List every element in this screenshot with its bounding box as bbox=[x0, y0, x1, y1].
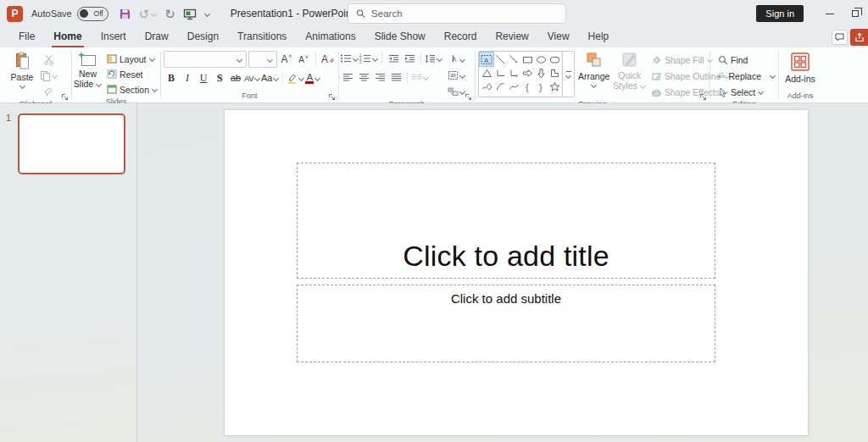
shape-textbox[interactable]: A bbox=[480, 52, 493, 66]
bold-button[interactable]: B bbox=[164, 70, 179, 86]
undo-dropdown-chevron-icon[interactable] bbox=[151, 12, 157, 16]
addins-button[interactable]: Add-ins bbox=[781, 49, 820, 91]
align-left-button[interactable] bbox=[340, 69, 355, 85]
shape-line[interactable] bbox=[493, 52, 507, 66]
tab-draw[interactable]: Draw bbox=[143, 28, 170, 47]
sign-in-button[interactable]: Sign in bbox=[756, 5, 804, 22]
font-color-button[interactable]: A bbox=[305, 70, 320, 86]
paragraph-dialog-launcher[interactable] bbox=[465, 93, 472, 101]
autosave-toggle[interactable]: Off bbox=[77, 7, 108, 21]
tab-record[interactable]: Record bbox=[442, 28, 479, 47]
start-slideshow-button[interactable] bbox=[183, 8, 197, 20]
arrange-button[interactable]: Arrange bbox=[578, 49, 609, 99]
align-center-button[interactable] bbox=[356, 69, 371, 85]
slide-thumbnail-panel[interactable]: 1 bbox=[0, 103, 137, 442]
copy-button[interactable] bbox=[40, 68, 58, 83]
shape-l-shape[interactable] bbox=[548, 66, 561, 80]
format-painter-button[interactable] bbox=[40, 84, 58, 99]
line-spacing-button[interactable] bbox=[425, 51, 442, 66]
shape-right-brace[interactable]: } bbox=[534, 80, 548, 93]
increase-font-size-button[interactable]: A˄ bbox=[279, 52, 294, 67]
columns-button[interactable] bbox=[411, 69, 429, 85]
shape-star[interactable] bbox=[548, 80, 561, 93]
share-button[interactable] bbox=[850, 29, 868, 46]
shape-rounded-rectangle[interactable] bbox=[548, 52, 561, 66]
customize-qat-button[interactable] bbox=[204, 12, 210, 16]
tab-design[interactable]: Design bbox=[186, 28, 220, 47]
shape-gallery-more-button[interactable] bbox=[562, 52, 574, 97]
increase-indent-button[interactable] bbox=[402, 51, 417, 66]
new-slide-button[interactable]: New Slide bbox=[73, 49, 103, 97]
tab-home[interactable]: Home bbox=[52, 28, 83, 47]
copy-dropdown-chevron-icon[interactable] bbox=[52, 74, 58, 78]
paste-button[interactable]: Paste bbox=[6, 49, 38, 99]
decrease-indent-button[interactable] bbox=[386, 51, 401, 66]
slide-surface[interactable]: Click to add title Click to add subtitle bbox=[225, 110, 808, 435]
find-button[interactable]: Find bbox=[716, 52, 777, 67]
subtitle-placeholder[interactable]: Click to add subtitle bbox=[297, 285, 715, 362]
paste-dropdown-chevron-icon[interactable] bbox=[19, 84, 25, 88]
convert-to-smartart-button[interactable] bbox=[448, 84, 465, 99]
numbering-button[interactable]: 1 2 3 bbox=[359, 51, 378, 66]
slide-editing-canvas[interactable]: Click to add title Click to add subtitle bbox=[137, 103, 868, 442]
font-size-combo[interactable] bbox=[248, 51, 277, 68]
save-button[interactable] bbox=[119, 8, 131, 20]
shape-rectangle[interactable] bbox=[520, 52, 534, 66]
shape-arc[interactable] bbox=[493, 80, 507, 93]
comments-button[interactable] bbox=[832, 30, 848, 45]
undo-button[interactable]: ↺ bbox=[139, 8, 158, 20]
strikethrough-button[interactable]: ab bbox=[228, 70, 243, 86]
tab-review[interactable]: Review bbox=[493, 28, 530, 47]
tab-help[interactable]: Help bbox=[587, 28, 611, 47]
replace-button[interactable]: a b Replace bbox=[716, 69, 777, 83]
shape-elbow-connector[interactable] bbox=[493, 66, 507, 80]
powerpoint-logo-icon[interactable]: P bbox=[7, 6, 23, 22]
layout-button[interactable]: Layout bbox=[105, 52, 159, 66]
select-button[interactable]: Select bbox=[716, 85, 777, 99]
shape-oval[interactable] bbox=[534, 52, 548, 66]
quick-styles-button[interactable]: Quick Styles bbox=[613, 49, 646, 99]
shape-right-arrow[interactable] bbox=[520, 66, 534, 80]
shape-left-brace[interactable]: { bbox=[520, 80, 534, 93]
shape-curve[interactable] bbox=[507, 80, 520, 93]
clipboard-dialog-launcher[interactable] bbox=[61, 93, 69, 101]
tab-slide-show[interactable]: Slide Show bbox=[373, 28, 427, 47]
font-family-combo[interactable] bbox=[164, 51, 247, 68]
justify-button[interactable] bbox=[388, 69, 403, 85]
shape-arrow[interactable] bbox=[507, 52, 520, 66]
tab-insert[interactable]: Insert bbox=[99, 28, 128, 47]
bullets-button[interactable] bbox=[340, 51, 359, 66]
drawing-dialog-launcher[interactable] bbox=[699, 93, 707, 101]
align-text-button[interactable] bbox=[448, 68, 465, 83]
minimize-button[interactable] bbox=[817, 0, 843, 27]
shape-down-arrow[interactable] bbox=[534, 66, 548, 80]
search-box[interactable] bbox=[348, 3, 566, 24]
redo-button[interactable]: ↻ bbox=[164, 8, 175, 20]
text-direction-button[interactable] bbox=[448, 52, 465, 67]
restore-button[interactable] bbox=[843, 0, 868, 27]
font-dialog-launcher[interactable] bbox=[328, 93, 336, 101]
decrease-font-size-button[interactable]: A˅ bbox=[296, 52, 311, 67]
text-shadow-button[interactable]: S bbox=[212, 70, 227, 86]
change-case-button[interactable]: Aa bbox=[261, 70, 279, 86]
shape-scribble[interactable] bbox=[480, 80, 493, 93]
tab-transitions[interactable]: Transitions bbox=[236, 28, 288, 47]
replace-chevron-icon[interactable] bbox=[770, 74, 776, 78]
tab-file[interactable]: File bbox=[17, 28, 36, 47]
cut-button[interactable] bbox=[40, 52, 58, 67]
reset-button[interactable]: Reset bbox=[105, 67, 159, 81]
search-input[interactable] bbox=[371, 8, 558, 19]
italic-button[interactable]: I bbox=[180, 70, 195, 86]
character-spacing-button[interactable]: AV bbox=[244, 70, 260, 86]
clear-formatting-button[interactable]: A bbox=[320, 52, 336, 67]
text-highlight-button[interactable] bbox=[287, 70, 304, 86]
shape-triangle[interactable] bbox=[480, 66, 493, 80]
shape-elbow-arrow-connector[interactable] bbox=[507, 66, 520, 80]
align-right-button[interactable] bbox=[372, 69, 387, 85]
slide-thumbnail[interactable] bbox=[18, 113, 125, 174]
title-placeholder[interactable]: Click to add title bbox=[297, 163, 715, 279]
underline-button[interactable]: U bbox=[196, 70, 211, 86]
tab-animations[interactable]: Animations bbox=[303, 28, 357, 47]
section-button[interactable]: Section bbox=[105, 82, 159, 97]
tab-view[interactable]: View bbox=[546, 28, 571, 47]
